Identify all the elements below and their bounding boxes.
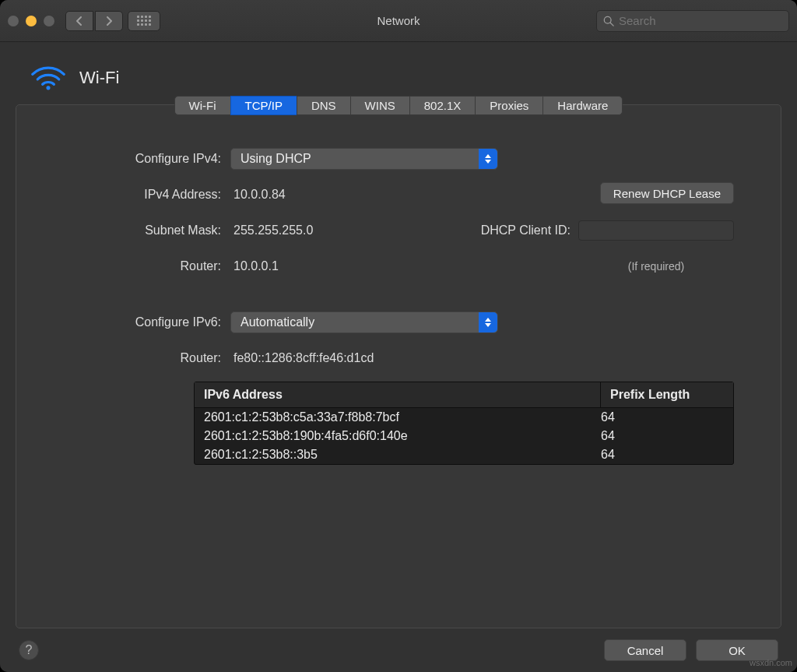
- tab-wi-fi[interactable]: Wi-Fi: [174, 96, 231, 115]
- renew-dhcp-lease-button[interactable]: Renew DHCP Lease: [600, 182, 734, 204]
- configure-ipv4-value: Using DHCP: [241, 152, 311, 166]
- tab-wins[interactable]: WINS: [350, 96, 410, 115]
- table-row[interactable]: 2601:c1:2:53b8::3b564: [195, 445, 733, 464]
- search-input[interactable]: [619, 14, 782, 27]
- configure-ipv4-select[interactable]: Using DHCP: [230, 148, 498, 170]
- search-field[interactable]: [596, 10, 789, 32]
- subnet-mask-value: 255.255.255.0: [230, 223, 313, 237]
- select-stepper-icon: [479, 149, 497, 169]
- window-title: Network: [377, 14, 420, 27]
- close-window-button[interactable]: [8, 16, 19, 26]
- svg-point-2: [46, 86, 50, 90]
- tab-hardware[interactable]: Hardware: [542, 96, 623, 115]
- ipv4-router-value: 10.0.0.1: [230, 259, 279, 273]
- wifi-icon: [31, 65, 65, 90]
- dhcp-client-id-input[interactable]: [578, 220, 734, 241]
- table-row[interactable]: 2601:c1:2:53b8:190b:4fa5:d6f0:140e64: [195, 427, 733, 445]
- select-stepper-icon: [479, 312, 497, 332]
- configure-ipv6-label: Configure IPv6:: [63, 315, 230, 329]
- prefix-length-cell: 64: [601, 448, 724, 462]
- configure-ipv6-select[interactable]: Automatically: [230, 311, 498, 333]
- forward-button[interactable]: [95, 11, 123, 31]
- tab-tcp-ip[interactable]: TCP/IP: [230, 96, 297, 115]
- nav-back-forward: [65, 11, 123, 31]
- interface-title: Wi-Fi: [79, 68, 119, 88]
- interface-header: Wi-Fi: [0, 42, 797, 104]
- settings-panel: Wi-FiTCP/IPDNSWINS802.1XProxiesHardware …: [16, 104, 781, 628]
- dhcp-client-id-hint: (If required): [578, 260, 734, 273]
- show-all-button[interactable]: [128, 11, 160, 31]
- tcpip-form: Configure IPv4: Using DHCP IPv4 Address:…: [16, 115, 781, 371]
- ipv4-address-value: 10.0.0.84: [230, 188, 286, 202]
- subnet-mask-label: Subnet Mask:: [63, 223, 230, 237]
- search-icon: [603, 16, 614, 26]
- configure-ipv6-value: Automatically: [241, 315, 314, 329]
- zoom-window-button[interactable]: [44, 16, 54, 26]
- watermark: wsxdn.com: [750, 658, 792, 667]
- ipv6-router-value: fe80::1286:8cff:fe46:d1cd: [230, 351, 374, 365]
- dhcp-client-id-label: DHCP Client ID:: [481, 223, 571, 237]
- minimize-window-button[interactable]: [26, 16, 37, 26]
- ipv6-address-cell: 2601:c1:2:53b8:c5a:33a7:f8b8:7bcf: [204, 410, 601, 424]
- titlebar: Network: [0, 0, 797, 42]
- window-controls: [8, 16, 54, 26]
- configure-ipv4-label: Configure IPv4:: [63, 152, 230, 166]
- svg-line-1: [610, 23, 613, 26]
- tab-dns[interactable]: DNS: [297, 96, 351, 115]
- help-button[interactable]: ?: [19, 640, 39, 660]
- prefix-length-cell: 64: [601, 429, 724, 443]
- tab-proxies[interactable]: Proxies: [475, 96, 543, 115]
- content-area: Wi-Fi Wi-FiTCP/IPDNSWINS802.1XProxiesHar…: [0, 42, 797, 672]
- col-prefix-length[interactable]: Prefix Length: [601, 382, 733, 407]
- prefix-length-cell: 64: [601, 410, 724, 424]
- ipv6-address-cell: 2601:c1:2:53b8:190b:4fa5:d6f0:140e: [204, 429, 601, 443]
- col-ipv6-address[interactable]: IPv6 Address: [195, 382, 601, 407]
- cancel-button[interactable]: Cancel: [604, 639, 686, 661]
- table-header: IPv6 Address Prefix Length: [195, 382, 733, 408]
- grid-icon: [137, 16, 151, 26]
- ipv4-router-label: Router:: [63, 259, 230, 273]
- network-preferences-window: Network Wi-Fi Wi-FiTCP/IPDNSWINS802.1XPr…: [0, 0, 797, 672]
- ipv6-address-table: IPv6 Address Prefix Length 2601:c1:2:53b…: [194, 382, 734, 465]
- ipv6-address-cell: 2601:c1:2:53b8::3b5: [204, 448, 601, 462]
- dialog-footer: ? Cancel OK: [0, 628, 797, 672]
- tab-802-1x[interactable]: 802.1X: [409, 96, 476, 115]
- ipv6-router-label: Router:: [63, 351, 230, 365]
- back-button[interactable]: [65, 11, 93, 31]
- tabs: Wi-FiTCP/IPDNSWINS802.1XProxiesHardware: [16, 96, 781, 115]
- ipv4-address-label: IPv4 Address:: [63, 188, 230, 202]
- table-row[interactable]: 2601:c1:2:53b8:c5a:33a7:f8b8:7bcf64: [195, 408, 733, 427]
